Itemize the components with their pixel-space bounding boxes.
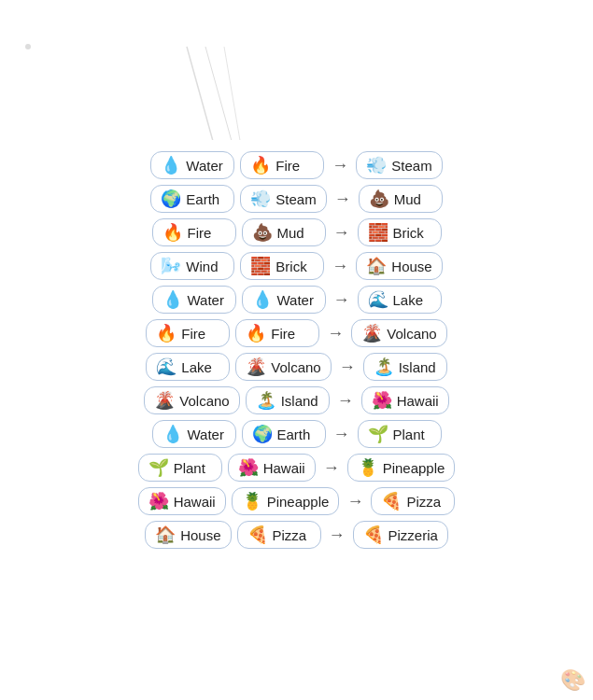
svg-point-0 [25,44,31,49]
ingredient-label: Water [188,427,224,442]
watermark-icon: 🎨 [560,668,586,693]
result-pill[interactable]: 🏠House [356,252,442,280]
result-pill[interactable]: 🌊Lake [358,286,442,314]
result-label: Mud [394,191,421,207]
recipe-row: 🌋Volcano🏝️Island→🌺Hawaii [21,386,572,414]
svg-line-11 [187,47,280,140]
ingredient-emoji: 💧 [162,291,183,308]
ingredient-pill[interactable]: 🏝️Island [246,386,330,414]
result-emoji: 🍕 [363,526,384,543]
ingredient-pill[interactable]: 💧Water [150,151,234,179]
ingredient-pill[interactable]: 💧Water [242,286,326,314]
result-pill[interactable]: 🌺Hawaii [361,386,449,414]
ingredient-label: House [180,527,220,543]
ingredient-pill[interactable]: 💧Water [152,286,236,314]
result-emoji: 🌺 [372,392,392,409]
result-label: Pizza [406,494,441,510]
ingredient-pill[interactable]: 💨Steam [240,185,326,213]
result-pill[interactable]: 💨Steam [356,151,442,179]
ingredient-emoji: 🌺 [148,493,169,510]
ingredient-emoji: 🔥 [162,224,183,241]
ingredient-pill[interactable]: 🌋Volcano [144,386,239,414]
recipe-row: 🔥Fire🔥Fire→🌋Volcano [21,319,572,347]
ingredient-emoji: 💧 [161,157,181,174]
ingredient-pill[interactable]: 🧱Brick [240,252,324,280]
ingredient-label: Hawaii [174,494,216,510]
arrow-icon: → [346,492,363,511]
ingredient-label: Brick [275,259,306,274]
ingredient-emoji: 🏝️ [256,392,276,409]
ingredient-pill[interactable]: 🌋Volcano [235,353,331,381]
arrow-icon: → [332,156,348,175]
result-emoji: 🏠 [366,258,387,274]
ingredient-pill[interactable]: 🌺Hawaii [228,454,316,482]
ingredient-label: Fire [181,326,205,342]
result-pill[interactable]: 🧱Brick [358,218,442,246]
recipe-row: 💧Water🌍Earth→🌱Plant [21,420,572,448]
ingredient-pill[interactable]: 🔥Fire [152,218,236,246]
arrow-icon: → [333,223,350,243]
svg-line-13 [224,47,280,140]
result-emoji: 💨 [366,157,387,174]
ingredient-pill[interactable]: 💩Mud [242,218,326,246]
recipe-row: 💧Water💧Water→🌊Lake [21,286,572,314]
ingredient-label: Fire [271,326,295,342]
ingredient-label: Hawaii [263,460,305,476]
recipe-row: 💧Water🔥Fire→💨Steam [21,151,572,179]
ingredient-pill[interactable]: 🏠House [145,521,231,549]
ingredient-label: Lake [181,359,212,375]
ingredient-label: Pizza [273,527,307,543]
arrow-icon: → [327,324,344,343]
ingredient-emoji: 🌱 [148,459,169,476]
result-pill[interactable]: 💩Mud [359,185,443,213]
ingredient-emoji: 🧱 [250,258,271,274]
ingredient-pill[interactable]: 🌬️Wind [150,252,234,280]
ingredient-pill[interactable]: 🔥Fire [235,319,319,347]
svg-line-12 [168,47,280,140]
ingredient-label: Mud [277,225,304,241]
result-pill[interactable]: 🍍Pineapple [347,454,456,482]
ingredient-emoji: 🍍 [242,493,262,510]
ingredient-pill[interactable]: 🌍Earth [242,420,326,448]
ingredient-pill[interactable]: 💧Water [152,420,236,448]
result-pill[interactable]: 🌋Volcano [351,319,446,347]
result-emoji: 🌊 [368,291,388,308]
ingredient-pill[interactable]: 🔥Fire [240,151,324,179]
ingredient-pill[interactable]: 🍍Pineapple [232,487,340,515]
ingredient-pill[interactable]: 🌱Plant [138,454,222,482]
ingredient-pill[interactable]: 🌺Hawaii [138,487,226,515]
arrow-icon: → [323,458,340,478]
result-emoji: 🧱 [368,224,388,241]
result-label: Hawaii [397,393,439,409]
arrow-icon: → [332,257,348,276]
recipe-row: 🌺Hawaii🍍Pineapple→🍕Pizza [21,487,572,515]
ingredient-pill[interactable]: 🌊Lake [146,353,230,381]
arrow-icon: → [333,425,350,444]
recipe-row: 🌱Plant🌺Hawaii→🍍Pineapple [21,454,572,482]
result-label: Lake [393,292,424,308]
ingredient-pill[interactable]: 🌍Earth [150,185,234,213]
ingredient-emoji: 💩 [252,224,273,241]
ingredient-emoji: 🔥 [246,325,266,342]
ingredient-label: Fire [275,158,300,174]
arrow-icon: → [333,290,350,310]
result-label: Brick [393,225,424,241]
result-label: Plant [393,427,425,442]
arrow-icon: → [337,391,354,411]
ingredient-label: Fire [188,225,212,241]
ingredient-label: Plant [174,460,205,476]
result-emoji: 🌋 [361,325,382,342]
recipe-list: 💧Water🔥Fire→💨Steam🌍Earth💨Steam→💩Mud🔥Fire… [21,151,572,549]
result-label: House [391,259,431,274]
ingredient-pill[interactable]: 🍕Pizza [237,521,321,549]
ingredient-emoji: 🌬️ [161,258,181,274]
result-pill[interactable]: 🍕Pizza [371,487,455,515]
result-emoji: 🍍 [358,459,378,476]
svg-line-9 [187,47,280,140]
ingredient-pill[interactable]: 🔥Fire [146,319,230,347]
result-pill[interactable]: 🏝️Island [363,353,447,381]
ingredient-label: Earth [186,191,219,207]
result-pill[interactable]: 🍕Pizzeria [353,521,448,549]
ingredient-emoji: 🔥 [156,325,176,342]
result-pill[interactable]: 🌱Plant [358,420,442,448]
